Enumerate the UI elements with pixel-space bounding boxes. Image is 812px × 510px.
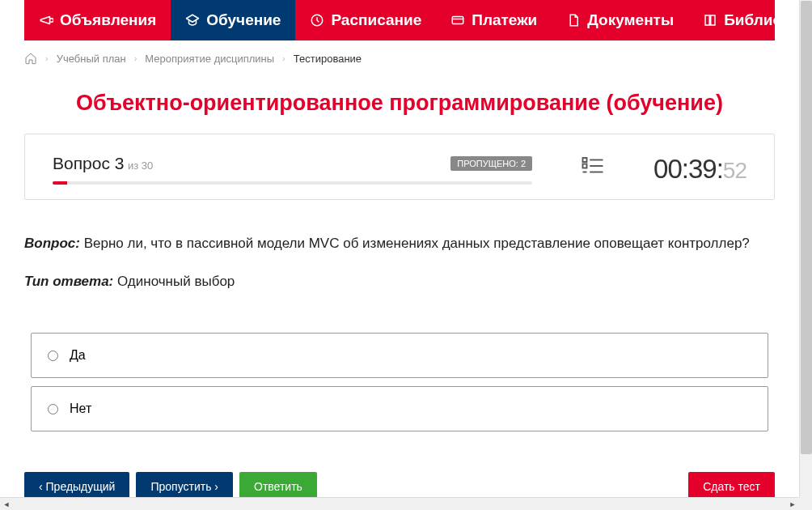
answer-type-prefix: Тип ответа: (24, 274, 113, 289)
progress-fill (53, 181, 67, 185)
chevron-right-icon: › (282, 53, 285, 63)
nav-label: Расписание (331, 11, 421, 29)
radio-no[interactable] (48, 404, 58, 414)
radio-yes[interactable] (48, 351, 58, 361)
answer-label: Нет (70, 402, 91, 416)
horizontal-scrollbar[interactable]: ◄ ► (0, 497, 799, 510)
question-prefix: Вопрос: (24, 236, 80, 251)
answer-label: Да (70, 348, 86, 363)
nav-schedule[interactable]: Расписание (295, 0, 436, 40)
breadcrumb-current: Тестирование (294, 53, 362, 65)
nav-label: Платежи (472, 11, 537, 29)
skipped-badge: ПРОПУЩЕНО: 2 (450, 156, 532, 171)
status-card: Вопрос 3 из 30 ПРОПУЩЕНО: 2 00:39:52 (24, 134, 775, 200)
progress-bar (53, 181, 532, 185)
svg-rect-1 (452, 17, 463, 24)
scroll-corner (799, 497, 812, 510)
answer-button[interactable]: Ответить (239, 472, 317, 497)
card-icon (450, 13, 465, 28)
scroll-left-icon[interactable]: ◄ (0, 498, 13, 511)
svg-rect-2 (583, 158, 587, 162)
timer-seconds: 52 (723, 158, 746, 183)
chevron-right-icon: › (45, 53, 49, 63)
timer: 00:39:52 (653, 154, 746, 185)
answer-option-yes[interactable]: Да (31, 333, 768, 378)
clock-icon (310, 13, 324, 28)
home-icon[interactable] (24, 52, 37, 65)
breadcrumb: › Учебный план › Мероприятие дисциплины … (0, 40, 799, 76)
question-text: Верно ли, что в пассивной модели MVC об … (80, 236, 750, 251)
vertical-scrollbar[interactable] (799, 0, 812, 497)
nav-announcements[interactable]: Объявления (24, 0, 171, 40)
question-total: из 30 (128, 159, 153, 172)
scrollbar-thumb[interactable] (801, 1, 812, 454)
breadcrumb-curriculum[interactable]: Учебный план (57, 53, 126, 65)
answer-option-no[interactable]: Нет (31, 386, 768, 431)
nav-payments[interactable]: Платежи (436, 0, 552, 40)
nav-documents[interactable]: Документы (552, 0, 688, 40)
nav-library[interactable]: Библиотека (688, 0, 799, 40)
chevron-right-icon: › (134, 53, 137, 63)
question-block: Вопрос: Верно ли, что в пассивной модели… (0, 200, 799, 325)
question-number: Вопрос 3 (53, 154, 124, 172)
nav-education[interactable]: Обучение (171, 0, 295, 40)
timer-main: 00:39: (653, 154, 723, 184)
nav-label: Библиотека (724, 11, 799, 29)
doc-icon (566, 13, 581, 28)
answer-type-text: Одиночный выбор (113, 274, 235, 289)
nav-label: Документы (587, 11, 674, 29)
svg-rect-4 (583, 164, 587, 168)
main-nav: Объявления Обучение Расписание Платежи (24, 0, 775, 40)
button-row: ‹ Предыдущий Пропустить › Ответить Сдать… (0, 456, 799, 497)
submit-test-button[interactable]: Сдать тест (688, 472, 775, 497)
skip-button[interactable]: Пропустить › (136, 472, 233, 497)
nav-label: Обучение (206, 11, 281, 29)
breadcrumb-discipline[interactable]: Мероприятие дисциплины (145, 53, 274, 65)
answers-list: Да Нет (0, 325, 799, 456)
megaphone-icon (39, 13, 53, 28)
page-title: Объектно-ориентированное программировани… (0, 76, 799, 134)
nav-label: Объявления (60, 11, 156, 29)
prev-button[interactable]: ‹ Предыдущий (24, 472, 129, 497)
education-icon (185, 13, 200, 28)
scroll-right-icon[interactable]: ► (786, 498, 799, 511)
question-list-icon[interactable] (581, 154, 605, 178)
book-icon (703, 13, 717, 28)
